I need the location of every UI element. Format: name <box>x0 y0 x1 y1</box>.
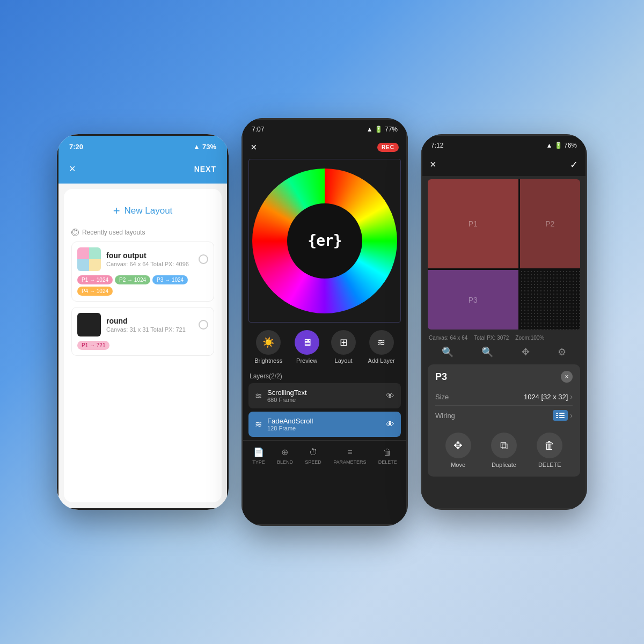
tool-brightness[interactable]: ☀️ Brightness <box>254 330 282 364</box>
canvas-move-icon[interactable]: ✥ <box>522 346 530 358</box>
layout-thumb-round <box>77 313 101 336</box>
layer-frames-1: 680 Frame <box>267 397 380 403</box>
layer-frames-2: 128 Frame <box>267 425 380 431</box>
layout-meta-four: Canvas: 64 x 64 Total PX: 4096 <box>106 261 193 267</box>
svg-rect-1 <box>556 415 558 416</box>
phone1-header: × NEXT <box>58 157 227 184</box>
delete-action-icon: 🗑 <box>537 433 562 458</box>
size-value[interactable]: 1024 [32 x 32] › <box>524 392 573 401</box>
eye-icon-2[interactable]: 👁 <box>386 420 394 429</box>
tool-preview[interactable]: 🖥 Preview <box>295 330 319 364</box>
p3-size-row: Size 1024 [32 x 32] › <box>435 388 573 406</box>
p3-close-button[interactable]: × <box>561 371 573 383</box>
phone1-statusbar: 7:20 ▲ 73% <box>58 136 227 157</box>
duplicate-icon: ⧉ <box>491 433 517 458</box>
phone2-close-button[interactable]: × <box>251 141 257 153</box>
recently-used-label: Recently used layouts <box>82 229 145 236</box>
next-button[interactable]: NEXT <box>194 165 216 173</box>
move-label: Move <box>451 462 465 468</box>
panel-p2[interactable]: P2 <box>520 179 580 268</box>
wiring-label: Wiring <box>435 412 455 420</box>
phone3-topbar: × ✓ <box>422 155 586 176</box>
layout-info-round: round Canvas: 31 x 31 Total PX: 721 <box>106 317 193 333</box>
phone3-close-button[interactable]: × <box>430 158 436 171</box>
blend-label: BLEND <box>277 459 293 465</box>
wiring-value[interactable]: › <box>553 410 573 421</box>
phone3-confirm-button[interactable]: ✓ <box>570 159 578 171</box>
move-action[interactable]: ✥ Move <box>445 433 471 468</box>
clock-icon: ⏱ <box>71 229 79 236</box>
bottom-parameters[interactable]: ≡ PARAMETERS <box>333 448 366 465</box>
layout-info-four: four output Canvas: 64 x 64 Total PX: 40… <box>106 251 193 267</box>
phone2-statusbar: 7:07 ▲ 🔋 77% <box>243 120 406 139</box>
phone2-wifi-icon: ▲ 🔋 <box>367 126 383 133</box>
canvas-zoom-icon[interactable]: 🔍 <box>481 346 493 358</box>
layout-card-four-output[interactable]: four output Canvas: 64 x 64 Total PX: 40… <box>71 241 214 302</box>
layout-meta-round: Canvas: 31 x 31 Total PX: 721 <box>106 326 193 333</box>
bottom-blend[interactable]: ⊕ BLEND <box>277 447 293 465</box>
delete-action-label: DELETE <box>538 462 561 468</box>
layout-tags-round: P1 → 721 <box>77 341 208 350</box>
p3-wiring-row: Wiring › <box>435 406 573 425</box>
tool-add-layer[interactable]: ≋ Add Layer <box>368 330 395 364</box>
plus-icon: + <box>113 204 120 218</box>
layout-card-round[interactable]: round Canvas: 31 x 31 Total PX: 721 P1 →… <box>71 307 214 356</box>
led-text: {er} <box>308 232 341 250</box>
new-layout-label: New Layout <box>125 206 173 216</box>
phone1: 7:20 ▲ 73% × NEXT + New Layout <box>57 134 229 510</box>
brightness-icon: ☀️ <box>256 330 281 355</box>
new-layout-button[interactable]: + New Layout <box>71 196 214 225</box>
delete-icon: 🗑 <box>383 448 392 457</box>
add-layer-icon: ≋ <box>369 330 394 355</box>
layer-icon-2: ≋ <box>255 419 262 429</box>
tag-p3: P3 → 1024 <box>152 275 188 284</box>
svg-rect-4 <box>559 415 565 416</box>
led-circle: {er} <box>252 169 397 313</box>
canvas-settings-icon[interactable]: ⚙ <box>558 346 566 358</box>
eye-icon-1[interactable]: 👁 <box>386 391 394 401</box>
phone1-body: + New Layout ⏱ Recently used layouts <box>64 189 222 502</box>
preview-label: Preview <box>296 357 317 364</box>
wiring-icon <box>553 410 568 421</box>
layer-info-2: FadeAndScroll 128 Frame <box>267 417 380 431</box>
phone1-shell: 7:20 ▲ 73% × NEXT + New Layout <box>57 134 229 510</box>
phone3-time: 7:12 <box>431 142 443 149</box>
layout-label: Layout <box>335 357 353 364</box>
type-label: TYPE <box>252 459 265 465</box>
duplicate-action[interactable]: ⧉ Duplicate <box>491 433 517 468</box>
bottom-type[interactable]: 📄 TYPE <box>252 447 265 465</box>
layer-scrolling-text[interactable]: ≋ ScrollingText 680 Frame 👁 <box>248 383 401 408</box>
phone2-shell: 7:07 ▲ 🔋 77% × REC {er} <box>241 118 408 526</box>
layer-fade-scroll[interactable]: ≋ FadeAndScroll 128 Frame 👁 <box>248 412 401 437</box>
panel-p1[interactable]: P1 <box>428 179 518 268</box>
tool-layout[interactable]: ⊞ Layout <box>331 330 356 364</box>
wiring-chevron: › <box>570 411 573 420</box>
delete-action[interactable]: 🗑 DELETE <box>537 433 562 468</box>
canvas-search-icon[interactable]: 🔍 <box>442 346 453 358</box>
type-icon: 📄 <box>253 447 264 457</box>
svg-rect-5 <box>559 417 565 418</box>
svg-rect-2 <box>556 417 558 418</box>
size-chevron: › <box>570 392 573 401</box>
layout-radio-four[interactable] <box>199 254 208 264</box>
brightness-label: Brightness <box>254 357 282 364</box>
recently-used-section: ⏱ Recently used layouts <box>71 229 214 236</box>
layers-title: Layers(2/2) <box>248 369 401 383</box>
layer-icon-1: ≋ <box>255 391 262 401</box>
bottom-delete[interactable]: 🗑 DELETE <box>378 448 397 465</box>
led-inner: {er} <box>287 203 362 279</box>
panel-p2-label: P2 <box>545 219 554 228</box>
layout-thumb-four <box>77 247 101 271</box>
phone2-topbar: × REC <box>243 139 406 159</box>
layer-name-2: FadeAndScroll <box>267 417 380 425</box>
layout-tags-four: P1 → 1024 P2 → 1024 P3 → 1024 P4 → 1024 <box>77 275 208 296</box>
close-button[interactable]: × <box>69 163 76 175</box>
phone3: 7:12 ▲ 🔋 76% × ✓ P1 P2 <box>421 134 587 510</box>
panel-p3[interactable]: P3 <box>428 270 518 330</box>
bottom-speed[interactable]: ⏱ SPEED <box>305 448 321 465</box>
phone1-time: 7:20 <box>69 143 83 151</box>
phone2-bottombar: 📄 TYPE ⊕ BLEND ⏱ SPEED ≡ PARAMETERS 🗑 <box>243 440 406 473</box>
phone3-battery: ▲ 🔋 76% <box>546 142 577 149</box>
layout-radio-round[interactable] <box>199 320 208 330</box>
p3-panel-title: P3 <box>435 371 447 383</box>
